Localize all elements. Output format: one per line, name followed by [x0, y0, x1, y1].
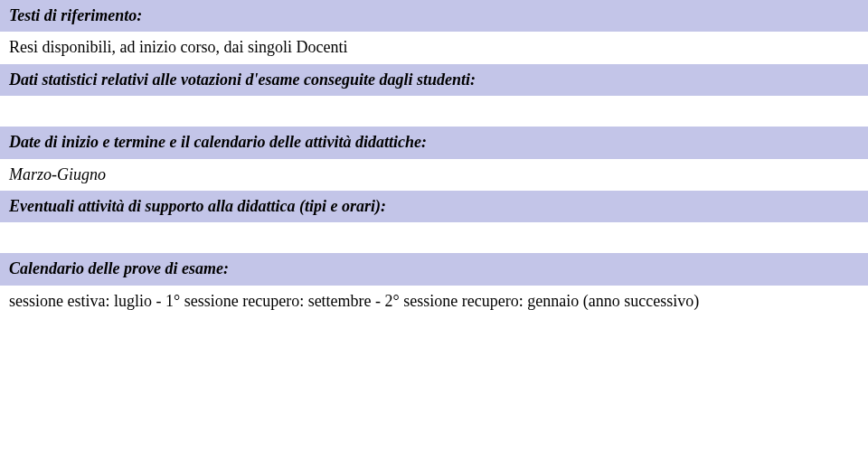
row-text-marzo: Marzo-Giugno: [0, 159, 868, 191]
heading-dati: Dati statistici relativi alle votazioni …: [0, 64, 868, 96]
row-heading-testi: Testi di riferimento:: [0, 0, 868, 32]
heading-eventuali: Eventuali attività di supporto alla dida…: [0, 191, 868, 222]
empty-cell-1: [0, 96, 868, 127]
row-heading-calendario: Calendario delle prove di esame:: [0, 253, 868, 285]
row-text-sessione: sessione estiva: luglio - 1° sessione re…: [0, 286, 868, 316]
row-heading-dati: Dati statistici relativi alle votazioni …: [0, 64, 868, 96]
row-empty-2: [0, 222, 868, 253]
row-heading-eventuali: Eventuali attività di supporto alla dida…: [0, 191, 868, 222]
text-marzo: Marzo-Giugno: [0, 159, 868, 191]
empty-cell-2: [0, 222, 868, 253]
text-resi: Resi disponibili, ad inizio corso, dai s…: [0, 32, 868, 63]
row-empty-1: [0, 96, 868, 127]
row-heading-date: Date di inizio e termine e il calendario…: [0, 127, 868, 158]
document-table: Testi di riferimento: Resi disponibili, …: [0, 0, 868, 316]
heading-calendario: Calendario delle prove di esame:: [0, 253, 868, 285]
row-text-resi: Resi disponibili, ad inizio corso, dai s…: [0, 32, 868, 63]
heading-testi: Testi di riferimento:: [0, 0, 868, 32]
text-sessione: sessione estiva: luglio - 1° sessione re…: [0, 286, 868, 316]
heading-date: Date di inizio e termine e il calendario…: [0, 127, 868, 158]
